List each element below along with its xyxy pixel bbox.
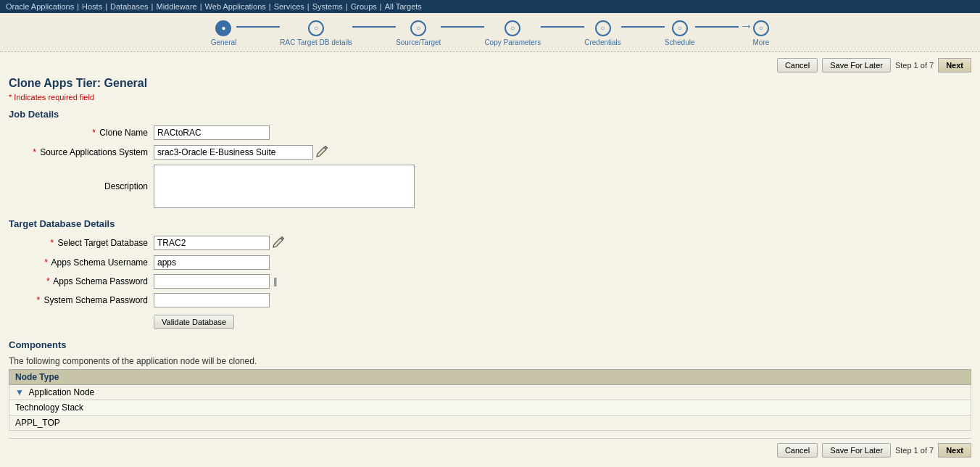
apps-schema-username-required-star: * <box>44 257 48 268</box>
source-app-label: * Source Applications System <box>9 147 154 157</box>
apps-schema-password-input[interactable] <box>154 274 270 289</box>
table-cell-application-node: ▼ Application Node <box>9 385 971 400</box>
components-description: The following components of the applicat… <box>9 356 971 366</box>
wizard-step-copy-params-label: Copy Parameters <box>484 38 541 46</box>
nav-databases[interactable]: Databases <box>110 2 149 11</box>
apps-schema-username-label: * Apps Schema Username <box>9 257 154 268</box>
components-table-header: Node Type <box>9 370 971 385</box>
save-for-later-button-bottom[interactable]: Save For Later <box>822 443 891 458</box>
components-header: Components <box>9 339 971 350</box>
clone-name-row: * Clone Name <box>9 125 971 140</box>
validate-database-button[interactable]: Validate Database <box>154 315 234 329</box>
table-row: APPL_TOP <box>9 416 971 431</box>
wizard-step-general-label: General <box>211 38 237 46</box>
nav-services[interactable]: Services <box>274 2 304 11</box>
nav-groups[interactable]: Groups <box>351 2 377 11</box>
next-button-bottom[interactable]: Next <box>938 443 971 458</box>
wizard-step-general[interactable]: ● General <box>211 20 237 46</box>
apps-schema-username-input[interactable] <box>154 255 270 270</box>
select-target-picker-icon[interactable] <box>273 235 286 251</box>
apps-schema-password-label: * Apps Schema Password <box>9 276 154 286</box>
wizard-step-more-circle: ○ <box>753 20 769 36</box>
select-target-input[interactable] <box>154 236 270 250</box>
source-app-input[interactable] <box>154 145 313 160</box>
nav-oracle-apps[interactable]: Oracle Applications <box>6 2 74 11</box>
select-target-row: * Select Target Database <box>9 235 971 251</box>
required-note: * Indicates required field <box>9 93 971 102</box>
wizard-connector-6 <box>695 26 739 28</box>
description-label: Description <box>9 181 154 191</box>
wizard-arrow: → <box>740 19 753 34</box>
system-schema-password-required-star: * <box>37 295 41 305</box>
nav-middleware[interactable]: Middleware <box>156 2 196 11</box>
technology-stack-label: Technology Stack <box>15 402 83 413</box>
clone-name-input[interactable] <box>154 125 270 140</box>
wizard-step-schedule-label: Schedule <box>665 38 695 46</box>
apps-schema-password-row: * Apps Schema Password ▌ <box>9 274 971 289</box>
wizard-step-source-target-circle: ○ <box>410 20 426 36</box>
top-action-bar: Cancel Save For Later Step 1 of 7 Next <box>9 58 971 73</box>
description-row: Description <box>9 165 971 208</box>
required-star: * <box>9 93 12 102</box>
wizard-step-rac-label: RAC Target DB details <box>280 38 352 46</box>
nav-systems[interactable]: Systems <box>312 2 343 11</box>
table-cell-appl-top: APPL_TOP <box>9 416 971 431</box>
target-db-header: Target Database Details <box>9 218 971 229</box>
nav-hosts[interactable]: Hosts <box>82 2 102 11</box>
wizard-connector-2 <box>352 26 396 28</box>
application-node-label: Application Node <box>29 387 95 397</box>
wizard-step-general-circle: ● <box>215 20 231 36</box>
validate-database-row: Validate Database <box>154 312 971 329</box>
wizard-step-rac[interactable]: ○ RAC Target DB details <box>280 20 352 46</box>
required-note-text: Indicates required field <box>14 93 94 102</box>
wizard-step-source-target-label: Source/Target <box>396 38 441 46</box>
apps-schema-password-required-star: * <box>46 276 50 286</box>
wizard-step-source-target[interactable]: ○ Source/Target <box>396 20 441 46</box>
table-row: ▼ Application Node <box>9 385 971 400</box>
step-info-top: Step 1 of 7 <box>895 61 934 70</box>
wizard-steps: ● General ○ RAC Target DB details ○ Sour… <box>211 19 770 47</box>
wizard-step-more[interactable]: ○ More <box>753 20 770 46</box>
wizard-step-copy-params-circle: ○ <box>504 20 520 36</box>
wizard-step-rac-circle: ○ <box>308 20 324 36</box>
wizard-step-credentials-label: Credentials <box>584 38 621 46</box>
wizard-step-schedule[interactable]: ○ Schedule <box>665 20 695 46</box>
components-table: Node Type ▼ Application Node Technology … <box>9 369 971 431</box>
nav-all-targets[interactable]: All Targets <box>385 2 422 11</box>
clone-name-label: * Clone Name <box>9 128 154 138</box>
wizard-step-credentials-circle: ○ <box>595 20 611 36</box>
appl-top-label: APPL_TOP <box>15 418 60 428</box>
table-cell-technology-stack: Technology Stack <box>9 400 971 416</box>
apps-schema-username-row: * Apps Schema Username <box>9 255 971 270</box>
select-target-required-star: * <box>50 238 54 248</box>
step-info-bottom: Step 1 of 7 <box>895 446 934 455</box>
clone-name-required-star: * <box>92 128 96 138</box>
wizard-bar: ● General ○ RAC Target DB details ○ Sour… <box>0 13 980 52</box>
wizard-step-copy-params[interactable]: ○ Copy Parameters <box>484 20 541 46</box>
bottom-action-bar: Cancel Save For Later Step 1 of 7 Next <box>9 438 971 462</box>
page-title: Clone Apps Tier: General <box>9 77 971 90</box>
system-schema-password-label: * System Schema Password <box>9 295 154 305</box>
expand-icon-application-node[interactable]: ▼ <box>15 387 24 397</box>
source-app-required-star: * <box>33 147 36 157</box>
wizard-connector-1 <box>236 26 280 28</box>
source-app-row: * Source Applications System <box>9 144 971 160</box>
wizard-connector-3 <box>441 26 484 28</box>
wizard-step-credentials[interactable]: ○ Credentials <box>584 20 621 46</box>
page-content: Cancel Save For Later Step 1 of 7 Next C… <box>0 52 980 467</box>
next-button-top[interactable]: Next <box>938 58 971 73</box>
source-app-picker-icon[interactable] <box>316 144 329 160</box>
wizard-step-more-label: More <box>753 38 770 46</box>
cancel-button-top[interactable]: Cancel <box>777 58 818 73</box>
wizard-connector-4 <box>541 26 584 28</box>
save-for-later-button-top[interactable]: Save For Later <box>822 58 891 73</box>
table-row: Technology Stack <box>9 400 971 416</box>
nav-web-apps[interactable]: Web Applications <box>205 2 266 11</box>
description-textarea[interactable] <box>154 165 415 208</box>
top-nav-bar: Oracle Applications | Hosts | Databases … <box>0 0 980 13</box>
wizard-connector-5 <box>621 26 665 28</box>
cancel-button-bottom[interactable]: Cancel <box>777 443 818 458</box>
wizard-step-schedule-circle: ○ <box>672 20 688 36</box>
system-schema-password-input[interactable] <box>154 293 270 307</box>
select-target-label: * Select Target Database <box>9 238 154 248</box>
